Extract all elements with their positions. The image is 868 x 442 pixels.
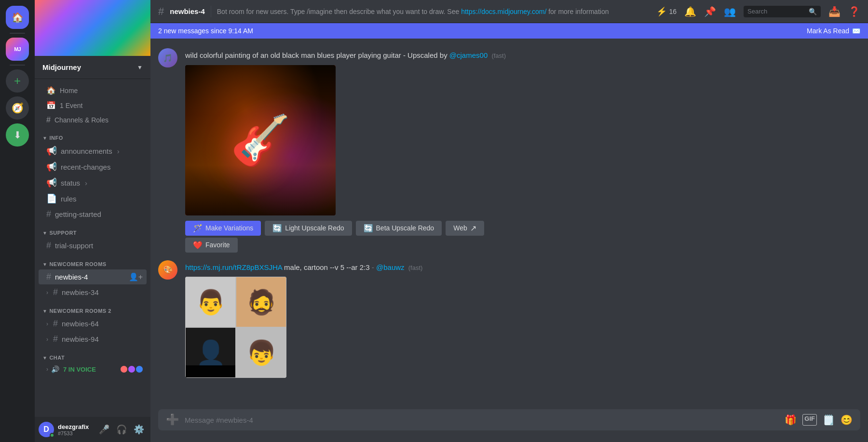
channel-rules[interactable]: 📄 rules [39,191,147,206]
rules-icon: 📄 [46,193,57,204]
announcement-icon: 📢 [46,146,57,156]
heart-icon: ❤️ [193,241,203,250]
trial-icon: # [46,241,51,251]
channel-status[interactable]: 📢 status › [39,175,147,190]
channel-newbies-64[interactable]: › # newbies-64 [39,316,147,331]
mark-as-read-button[interactable]: Mark As Read ✉️ [807,27,860,35]
add-member-icon[interactable]: 👤+ [129,272,143,281]
server-midjourney-button[interactable]: MJ [6,38,29,61]
channel-newbies-4[interactable]: # newbies-4 👤+ [39,269,147,284]
header-divider [211,6,211,17]
discord-home-button[interactable]: 🏠 [6,6,29,29]
channel-newbies-94[interactable]: › # newbies-94 [39,332,147,347]
channel-announcements[interactable]: 📢 announcements › [39,143,147,159]
cartoon-cell-1: 👨 [185,277,236,327]
deafen-button[interactable]: 🎧 [114,422,129,437]
channel-header: # newbies-4 Bot room for new users. Type… [150,0,868,23]
favorite-button[interactable]: ❤️ Favorite [185,238,238,253]
status-dot [50,433,54,438]
channel-recent-changes[interactable]: 📢 recent-changes [39,159,147,174]
search-input[interactable] [747,8,806,15]
section-newcomer-rooms[interactable]: ▼ NEWCOMER ROOMS [35,254,150,269]
voice-row: › 🔊 7 IN VOICE [46,365,143,373]
text-channel-icon: 📢 [46,161,57,172]
add-attachment-button[interactable]: ➕ [166,414,179,426]
expand-icon-voice: › [46,366,48,373]
add-server-button[interactable]: + [6,69,29,93]
section-chat-arrow: ▼ [42,355,47,361]
cartoon-image-container[interactable]: 👨 🧔 👤 👦 [185,277,286,378]
nav-home[interactable]: 🏠 Home [39,83,147,98]
newbies4-icon: # [46,272,51,282]
voice-icon: 🔊 [51,365,59,373]
blues-image-container[interactable]: 🎸 [185,65,336,215]
channel-description: Bot room for new users. Type /imagine th… [217,8,651,15]
username: deezgrafix [58,423,93,430]
user-panel: D deezgrafix #7533 🎤 🎧 ⚙️ [35,417,150,442]
voice-avatar-3 [136,366,143,373]
event-icon: 📅 [46,101,56,110]
section-chat[interactable]: ▼ CHAT [35,347,150,362]
channel-docs-link[interactable]: https://docs.midjourney.com/ [461,8,546,15]
explore-button[interactable]: 🧭 [6,96,29,120]
section-newcomer-rooms-2[interactable]: ▼ NEWCOMER ROOMS 2 [35,300,150,316]
members-icon[interactable]: ⚡ 16 [656,6,677,17]
cartoon-overlay [186,365,235,377]
message-group-cartoon: 🎨 https://s.mj.run/tRZ8pBXSJHA male, car… [150,258,868,382]
input-icons: 🎁 GIF 🗒️ 😊 [785,414,853,426]
inbox-icon[interactable]: 📥 [828,6,841,17]
channel-getting-started[interactable]: # getting-started [39,207,147,222]
rail-divider-2 [10,65,25,66]
channel-trial-support[interactable]: # trial-support [39,238,147,253]
member-count-icon: ⚡ [656,6,667,17]
message-input[interactable] [185,410,779,430]
make-variations-button[interactable]: 🪄 Make Variations [185,221,261,236]
expand-icon-64: › [46,321,48,327]
mute-button[interactable]: 🎤 [96,422,112,437]
pin-icon[interactable]: 📌 [704,6,716,17]
beta-upscale-redo-button[interactable]: 🔄 Beta Upscale Redo [356,221,442,236]
mention-cartoon[interactable]: @bauwz [376,263,405,271]
user-info: deezgrafix #7533 [58,423,93,436]
light-upscale-icon: 🔄 [272,224,282,233]
search-bar[interactable]: 🔍 [744,6,821,17]
notification-icon[interactable]: 🔔 [684,6,696,17]
blues-player-image: 🎸 [185,65,336,215]
web-button[interactable]: Web ↗ [446,221,484,236]
messages-area[interactable]: 🎵 wild colorful painting of an old black… [150,39,868,409]
new-messages-banner[interactable]: 2 new messages since 9:14 AM Mark As Rea… [150,23,868,39]
cartoon-link[interactable]: https://s.mj.run/tRZ8pBXSJHA [185,263,282,271]
sticker-icon[interactable]: 🗒️ [823,414,835,426]
message-text-blues: wild colorful painting of an old black m… [185,50,860,61]
beta-upscale-icon: 🔄 [364,224,373,233]
mention-blues[interactable]: @cjames00 [449,51,488,59]
settings-button[interactable]: ⚙️ [131,422,147,437]
cartoon-characters-image: 👨 🧔 👤 👦 [185,277,286,378]
section-info-arrow: ▼ [42,135,47,141]
section-info[interactable]: ▼ INFO [35,127,150,143]
section-newcomer2-arrow: ▼ [42,308,47,314]
nav-channels-roles[interactable]: # Channels & Roles [39,113,147,127]
gift-icon[interactable]: 🎁 [785,414,797,426]
channel-voice[interactable]: › 🔊 7 IN VOICE [39,363,147,375]
extra-buttons-blues: ❤️ Favorite [185,238,860,253]
server-sidebar: Midjourney ▼ 🏠 Home 📅 1 Event # Channels… [35,0,150,442]
search-icon: 🔍 [809,8,817,15]
download-button[interactable]: ⬇ [6,123,29,147]
light-upscale-redo-button[interactable]: 🔄 Light Upscale Redo [265,221,352,236]
cartoon-cell-4: 👦 [236,327,286,378]
expand-icon: › [46,289,48,296]
channel-hash-icon: # [158,5,164,18]
people-icon[interactable]: 👥 [724,6,736,17]
channel-newbies-34[interactable]: › # newbies-34 [39,285,147,300]
section-support[interactable]: ▼ SUPPORT [35,222,150,238]
help-icon[interactable]: ❓ [848,6,860,17]
avatar-blues: 🎵 [158,48,177,67]
server-header[interactable]: Midjourney ▼ [35,56,150,79]
channels-icon: # [46,116,51,124]
newbies34-icon: # [53,287,58,297]
voice-avatar-1 [121,366,127,373]
gif-icon[interactable]: GIF [802,414,817,426]
emoji-icon[interactable]: 😊 [841,414,853,426]
nav-event[interactable]: 📅 1 Event [39,98,147,113]
